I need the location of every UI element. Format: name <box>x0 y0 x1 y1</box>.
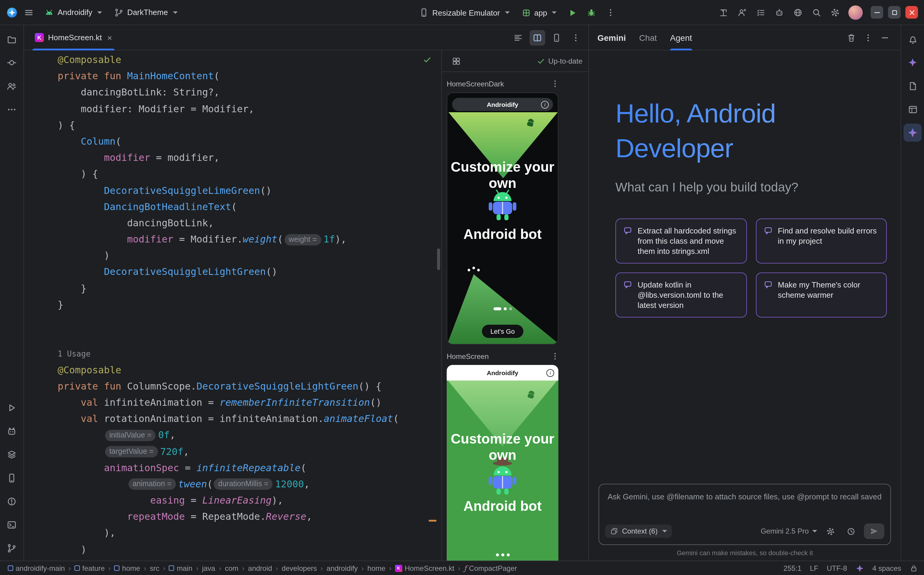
split-view-button[interactable] <box>530 30 545 45</box>
run-button[interactable] <box>564 4 581 21</box>
tab-close-icon[interactable]: × <box>107 33 112 42</box>
gemini-options-kebab-icon[interactable] <box>861 30 875 45</box>
code-view-button[interactable] <box>511 30 526 45</box>
code-line: ) { <box>58 117 428 133</box>
breadcrumb-separator: › <box>163 564 165 572</box>
code-line: ) <box>58 248 428 264</box>
project-selector[interactable]: Androidify <box>40 5 107 20</box>
left-tool-stripe <box>0 25 24 561</box>
breadcrumb-item[interactable]: java <box>200 564 217 572</box>
line-separator[interactable]: LF <box>810 564 818 572</box>
debug-button[interactable] <box>583 4 600 21</box>
main-menu-button[interactable] <box>21 4 37 21</box>
attach-context-icon <box>610 527 619 535</box>
design-view-button[interactable] <box>549 30 565 45</box>
editor-scrollbar-thumb[interactable] <box>437 248 440 270</box>
more-tools-icon[interactable] <box>3 100 21 118</box>
studio-bot-icon[interactable] <box>771 4 788 21</box>
editor-view-toggles <box>511 30 584 45</box>
gemini-prompt-input[interactable]: Ask Gemini, use @filename to attach sour… <box>599 484 891 545</box>
suggestion-card[interactable]: Make my Theme's color scheme warmer <box>755 273 887 318</box>
context-chip[interactable]: Context (6) <box>605 524 672 538</box>
vcs-branch-selector[interactable]: DarkTheme <box>109 5 183 20</box>
inspections-ok-icon[interactable] <box>423 55 432 64</box>
logcat-tool-icon[interactable] <box>3 422 21 440</box>
breadcrumb-separator: › <box>321 564 323 572</box>
breadcrumb-item[interactable]: KHomeScreen.kt <box>393 564 456 572</box>
device-selector[interactable]: Resizable Emulator <box>414 5 514 21</box>
notifications-bell-icon[interactable] <box>903 30 922 48</box>
code-editor[interactable]: @Composableprivate fun MainHomeContent( … <box>24 51 441 561</box>
run-config-selector[interactable]: app <box>517 5 561 20</box>
settings-button[interactable] <box>827 4 844 21</box>
app-module-icon <box>522 8 530 17</box>
editor-tab-homescreen[interactable]: K HomeScreen.kt × <box>29 25 118 50</box>
search-button[interactable] <box>808 4 825 21</box>
send-button[interactable] <box>864 523 884 539</box>
gemini-disclaimer: Gemini can make mistakes, so double-chec… <box>599 545 891 561</box>
breadcrumb-item[interactable]: androidify <box>325 564 359 572</box>
tab-chat[interactable]: Chat <box>639 25 657 50</box>
caret-position[interactable]: 255:1 <box>784 564 802 572</box>
breadcrumb-item[interactable]: main <box>167 564 194 572</box>
breadcrumb-item[interactable]: android <box>246 564 274 572</box>
lets-go-button[interactable]: Let's Go <box>482 325 523 338</box>
ai-features-icon[interactable] <box>903 53 922 71</box>
preview-scroll-area[interactable]: HomeScreenDark Androidify i Customize yo… <box>442 72 588 561</box>
device-streaming-icon[interactable] <box>789 4 806 21</box>
user-avatar[interactable] <box>848 5 863 19</box>
preview-card-homescreendark[interactable]: Androidify i Customize your own <box>447 92 558 345</box>
breadcrumb-item[interactable]: home <box>113 564 142 572</box>
hide-panel-icon[interactable] <box>878 30 892 45</box>
device-phone-icon <box>419 8 429 17</box>
terminal-tool-icon[interactable] <box>3 516 21 534</box>
version-control-tool-icon[interactable] <box>3 539 21 557</box>
ai-profile-icon[interactable] <box>734 4 751 21</box>
suggestion-card[interactable]: Find and resolve build errors in my proj… <box>755 218 887 264</box>
window-maximize-button[interactable] <box>888 6 900 19</box>
breadcrumb-item[interactable]: androidify-main <box>6 564 67 572</box>
gemini-tool-icon[interactable] <box>903 124 922 141</box>
prompt-history-clock-icon[interactable] <box>844 524 858 538</box>
project-name: Androidify <box>58 8 92 17</box>
chevron-down-icon <box>505 11 509 14</box>
more-run-actions-button[interactable] <box>603 4 619 21</box>
task-list-icon[interactable] <box>752 4 769 21</box>
preview-gallery-icon[interactable] <box>448 52 465 69</box>
window-minimize-button[interactable] <box>871 6 883 19</box>
preview-options-kebab-icon[interactable] <box>550 352 560 361</box>
build-tower-icon[interactable] <box>715 4 732 21</box>
model-selector[interactable]: Gemini 2.5 Pro <box>761 527 817 535</box>
people-tool-icon[interactable] <box>3 77 21 95</box>
commit-tool-icon[interactable] <box>3 53 21 71</box>
ai-spark-icon[interactable] <box>856 564 864 572</box>
device-explorer-icon[interactable] <box>903 77 922 95</box>
breadcrumb-item[interactable]: ƒCompactPager <box>462 564 519 572</box>
preview-options-kebab-icon[interactable] <box>550 79 560 88</box>
info-icon: i <box>541 100 549 108</box>
window-close-button[interactable] <box>905 6 918 19</box>
profiler-tool-icon[interactable] <box>3 445 21 463</box>
prompt-settings-gear-icon[interactable] <box>823 524 838 538</box>
breadcrumb-item[interactable]: developers <box>280 564 318 572</box>
breadcrumb-item[interactable]: com <box>223 564 240 572</box>
run-tool-icon[interactable] <box>3 399 21 416</box>
suggestion-card[interactable]: Extract all hardcoded strings from this … <box>615 218 747 264</box>
running-devices-tool-icon[interactable] <box>3 469 21 487</box>
problems-tool-icon[interactable] <box>3 492 21 510</box>
readonly-lock-icon[interactable] <box>910 564 918 572</box>
breadcrumb-item[interactable]: src <box>148 564 161 572</box>
file-encoding[interactable]: UTF-8 <box>827 564 847 572</box>
preview-card-homescreen[interactable]: Androidify i Customize your own <box>447 365 558 561</box>
breadcrumb-item[interactable]: feature <box>73 564 107 572</box>
right-tool-stripe <box>900 25 924 561</box>
preview-build-status: Up-to-date <box>537 57 582 65</box>
layout-inspector-icon[interactable] <box>903 100 922 118</box>
project-tool-icon[interactable] <box>3 30 21 48</box>
breadcrumb-item[interactable]: home <box>366 564 387 572</box>
tab-agent[interactable]: Agent <box>670 25 692 50</box>
suggestion-card[interactable]: Update kotlin in @libs.version.toml to t… <box>615 273 747 318</box>
editor-options-kebab-icon[interactable] <box>568 30 584 45</box>
indent-setting[interactable]: 4 spaces <box>872 564 901 572</box>
clear-chat-trash-icon[interactable] <box>844 30 859 45</box>
